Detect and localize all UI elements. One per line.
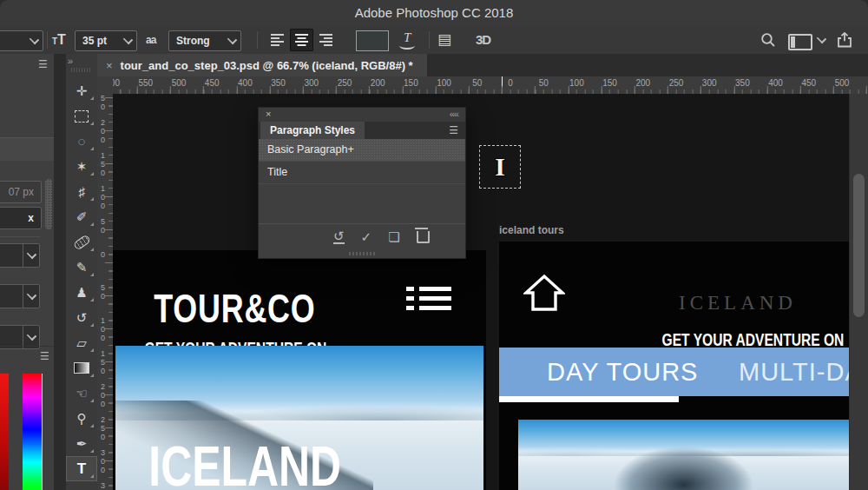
close-panel-icon[interactable]: × xyxy=(266,109,271,119)
divider xyxy=(257,31,258,49)
panel-menu-icon[interactable]: ☰ xyxy=(449,125,458,136)
v-ruler-label: 300 xyxy=(99,448,107,474)
3d-button[interactable]: 3D xyxy=(476,32,490,47)
panels-icon: ▤ xyxy=(437,31,451,48)
tool-options-bar: TT 35 pt aa Strong T xyxy=(0,26,868,55)
pen-tool[interactable]: ✒ xyxy=(66,431,97,456)
lasso-tool-icon: ◌ xyxy=(78,134,86,149)
v-ruler-label: 100 xyxy=(99,184,107,210)
canvas-scrollbar[interactable] xyxy=(849,94,868,490)
day-tours-tab: DAY TOURS xyxy=(547,358,698,387)
align-right-button[interactable] xyxy=(314,29,338,51)
menu-list-icon xyxy=(406,287,451,315)
paragraph-style-row[interactable]: Basic Paragraph+ xyxy=(259,139,465,162)
anti-alias-dropdown[interactable]: Strong xyxy=(168,30,241,51)
close-tab-icon[interactable]: × xyxy=(106,59,113,72)
smudge-tool[interactable]: ☜ xyxy=(66,381,97,406)
color-spectrum-ramp[interactable] xyxy=(23,374,43,490)
paragraph-styles-tab[interactable]: Paragraph Styles xyxy=(260,122,365,139)
red-color-ramp[interactable] xyxy=(0,374,9,490)
v-ruler-label: 150 xyxy=(99,349,107,375)
clone-stamp-tool-icon: ♟ xyxy=(76,285,87,301)
gradient-tool[interactable] xyxy=(66,355,97,381)
panel-menu-icon[interactable]: ☰ xyxy=(38,59,48,70)
smudge-tool-icon: ☜ xyxy=(76,386,87,401)
paragraph-style-row[interactable]: Title xyxy=(259,162,465,184)
chevron-down-icon xyxy=(25,31,43,50)
collapse-panel-icon[interactable]: «« xyxy=(450,109,458,119)
healing-brush-tool-icon xyxy=(72,234,90,250)
dock-divider xyxy=(54,54,66,490)
crop-tool[interactable]: ♯ xyxy=(66,179,97,204)
delete-style-button[interactable] xyxy=(417,231,430,243)
divider xyxy=(47,31,48,49)
crop-tool-icon: ♯ xyxy=(78,184,85,199)
clear-overrides-button[interactable]: ↺ xyxy=(333,229,345,244)
panel-scrollbar-thumb[interactable] xyxy=(45,179,52,229)
tourco-logo-text: TOUR&CO xyxy=(122,285,347,332)
document-tab-bar: × tour_and_co_step_03.psd @ 66.7% (icela… xyxy=(97,54,868,76)
type-tool-cursor-box: I xyxy=(479,145,521,189)
font-size-dropdown[interactable]: 35 pt xyxy=(75,30,137,51)
v-ruler-label: 250 xyxy=(99,415,107,441)
eraser-tool-icon: ▱ xyxy=(76,335,87,351)
panel-dropdown[interactable] xyxy=(0,243,40,268)
panel-dropdown[interactable] xyxy=(0,284,40,308)
anti-alias-value: Strong xyxy=(169,35,223,47)
workspace-icon xyxy=(791,36,795,48)
v-ruler-label: 250 xyxy=(99,94,107,111)
tool-preset-dropdown[interactable] xyxy=(0,30,43,51)
canyon-landscape-photo xyxy=(518,420,849,490)
document-tab[interactable]: × tour_and_co_step_03.psd @ 66.7% (icela… xyxy=(97,54,427,76)
rectangular-marquee-tool[interactable] xyxy=(66,103,97,129)
scrollbar-thumb[interactable] xyxy=(853,174,865,317)
window-title: Adobe Photoshop CC 2018 xyxy=(355,5,514,20)
panel-header: × «« xyxy=(259,108,465,122)
toggle-panels-button[interactable]: ▤ xyxy=(437,30,451,49)
v-ruler-label: 50 xyxy=(99,283,107,301)
panel-grip[interactable] xyxy=(71,68,92,72)
warp-text-button[interactable]: T xyxy=(398,30,418,50)
lasso-tool[interactable]: ◌ xyxy=(66,129,97,154)
eyedropper-tool[interactable]: ✐ xyxy=(66,204,97,229)
v-ruler-label: 150 xyxy=(99,151,107,177)
align-left-icon xyxy=(271,34,285,46)
panel-resize-grip[interactable] xyxy=(259,249,465,258)
type-tool[interactable]: T xyxy=(66,456,97,481)
brush-tool[interactable]: ✎ xyxy=(66,255,97,280)
v-ruler-label: 0 xyxy=(99,250,107,259)
expand-panel-icon[interactable]: » xyxy=(68,56,73,66)
apply-check-button[interactable]: ✓ xyxy=(361,230,372,243)
canvas-area: TOUR&CO GET YOUR ADVENTURE ON ICELAND ic… xyxy=(113,94,849,490)
move-tool[interactable]: ✛ xyxy=(66,78,97,103)
dimension-field[interactable]: x xyxy=(0,207,42,229)
workspace-chevron[interactable] xyxy=(818,37,825,43)
align-center-button[interactable] xyxy=(290,29,313,51)
align-left-button[interactable] xyxy=(266,29,289,51)
clone-stamp-tool[interactable]: ♟ xyxy=(66,280,97,305)
paragraph-styles-list: Basic Paragraph+Title xyxy=(259,139,465,223)
artboard-label[interactable]: iceland tours xyxy=(499,224,564,236)
horizontal-ruler: 6005505004504003503002502001501005005010… xyxy=(113,76,868,95)
active-tab-underline xyxy=(499,396,679,402)
panel-menu-icon[interactable]: ☰ xyxy=(40,351,49,361)
v-ruler-label: 200 xyxy=(99,382,107,408)
history-brush-tool[interactable]: ↺ xyxy=(66,305,97,330)
new-style-button[interactable]: ❏ xyxy=(388,230,399,243)
dimension-field[interactable]: 07 px xyxy=(0,181,42,203)
anti-alias-icon: aa xyxy=(146,34,155,46)
text-color-swatch[interactable] xyxy=(356,30,389,51)
magic-wand-tool[interactable]: ✶ xyxy=(66,154,97,179)
panel-field-fragment xyxy=(0,137,54,161)
share-button[interactable] xyxy=(837,32,852,48)
workspace-switcher-button[interactable] xyxy=(788,34,812,50)
align-right-icon xyxy=(319,34,333,46)
search-button[interactable] xyxy=(760,32,776,48)
healing-brush-tool[interactable] xyxy=(66,229,97,255)
home-icon xyxy=(523,273,565,313)
type-size-icon: TT xyxy=(52,32,66,48)
left-panel-dock: ☰ 07 px x ☰ xyxy=(0,54,54,490)
multi-day-tab: MULTI-DAY xyxy=(739,358,849,387)
eraser-tool[interactable]: ▱ xyxy=(66,330,97,355)
dodge-tool[interactable]: ⚲ xyxy=(66,406,97,431)
